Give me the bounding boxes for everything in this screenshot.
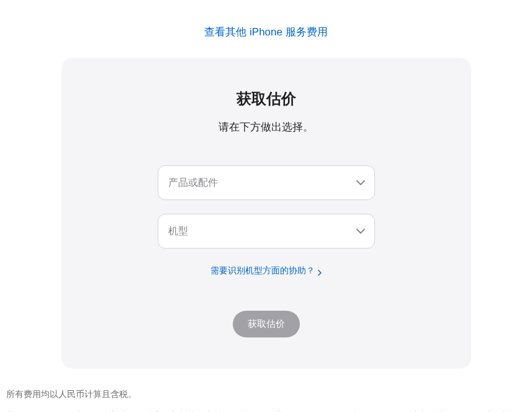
product-select[interactable]: 产品或配件 (158, 165, 375, 200)
card-title: 获取估价 (86, 89, 446, 109)
identify-model-help-link[interactable]: 需要识别机型方面的协助？ (210, 265, 322, 277)
card-subtitle: 请在下方做出选择。 (86, 120, 446, 134)
footer-note-currency: 所有费用均以人民币计算且含税。 (6, 386, 526, 403)
footer-notes: 所有费用均以人民币计算且含税。 截至 2023 年 2 月底，保外电池服务的费用… (0, 369, 532, 412)
product-select-wrapper: 产品或配件 (158, 165, 375, 200)
footer-note-price-change: 截至 2023 年 2 月底，保外电池服务的费用都将按照当前的价格收取。从 20… (6, 408, 526, 412)
submit-row: 获取估价 (86, 311, 446, 337)
chevron-right-icon (318, 268, 322, 274)
help-link-label: 需要识别机型方面的协助？ (210, 265, 315, 277)
get-estimate-button[interactable]: 获取估价 (233, 311, 300, 337)
estimate-card: 获取估价 请在下方做出选择。 产品或配件 机型 需要识别机型方面的协助？ 获取估… (61, 58, 471, 369)
model-select[interactable]: 机型 (158, 214, 375, 249)
other-service-link[interactable]: 查看其他 iPhone 服务费用 (204, 26, 327, 38)
model-select-wrapper: 机型 (158, 214, 375, 249)
top-link-container: 查看其他 iPhone 服务费用 (0, 0, 532, 58)
